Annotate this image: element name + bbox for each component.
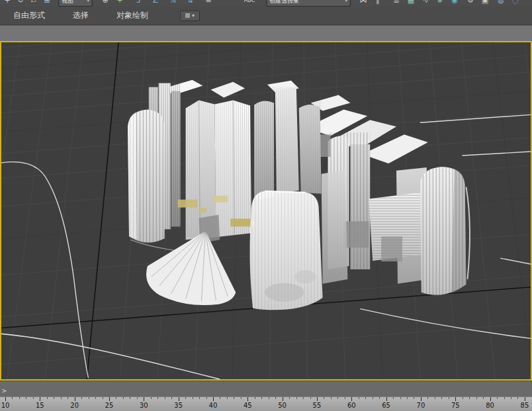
trackbar-tick — [476, 397, 477, 399]
trackbar-frame-label: 70 — [417, 402, 425, 409]
trackbar-frame-label: 30 — [140, 402, 148, 409]
trackbar-tick — [40, 397, 40, 401]
trackbar-tick — [130, 397, 130, 399]
reference-coord-combo[interactable]: ▾ 视图 — [58, 0, 93, 7]
trackbar-frame-label: 45 — [244, 402, 252, 409]
trackbar-tick — [331, 397, 332, 399]
trackbar-tick — [504, 397, 505, 399]
render-setup-icon[interactable]: ⚙ — [465, 0, 476, 7]
trackbar-tick — [234, 397, 234, 399]
trackbar-tick — [283, 397, 283, 401]
trackbar-tick — [33, 397, 34, 399]
trackbar-frame-label: 20 — [70, 402, 79, 409]
graphite-ribbon-toggle-icon[interactable]: ▦ — [405, 0, 417, 7]
trackbar-tick — [89, 397, 89, 399]
mirror-icon[interactable]: ⋈ — [357, 0, 369, 7]
align-icon[interactable]: ∥ — [372, 0, 384, 7]
trackbar-tick — [269, 397, 269, 399]
trackbar-tick — [19, 397, 20, 399]
spline-right-short — [500, 258, 531, 264]
trackbar-frame-label: 15 — [36, 402, 44, 409]
angle-snap-icon[interactable]: ∠ — [150, 0, 161, 7]
rendered-frame-window-icon[interactable]: ▣ — [479, 0, 491, 7]
trackbar-tick — [517, 397, 518, 399]
trackbar-tick — [275, 397, 276, 399]
trackbar-tick — [95, 397, 96, 399]
trackbar-tick — [103, 397, 103, 399]
reference-coord-value: 视图 — [62, 0, 73, 4]
trackbar-tick — [324, 397, 324, 399]
trackbar-tick — [455, 397, 456, 401]
trackbar-frame-label: 25 — [105, 402, 114, 409]
trackbar-tick — [441, 397, 442, 399]
trackbar-tick — [393, 397, 394, 399]
trackbar-tick — [400, 397, 401, 399]
trackbar-tick — [54, 397, 54, 399]
status-strip: > — [0, 381, 532, 396]
trackbar-tick — [151, 397, 152, 399]
spline-bottom-sweep — [1, 334, 220, 379]
trackbar-tick — [463, 397, 463, 399]
trackbar-ruler[interactable]: 10152025303540455055606570758085 — [0, 396, 532, 411]
trackbar-tick — [435, 397, 435, 399]
model-render[interactable] — [128, 80, 470, 310]
named-selection-set-combo[interactable]: ▾ 创建选择集 — [266, 0, 351, 7]
material-editor-icon[interactable]: ◉ — [449, 0, 461, 7]
curve-editor-icon[interactable]: ∿ — [420, 0, 431, 7]
trackbar-tick — [421, 397, 421, 401]
trackbar-tick — [407, 397, 408, 399]
trackbar-tick — [525, 397, 525, 401]
trackbar-tick — [261, 397, 262, 399]
trackbar-frame-label: 10 — [1, 402, 10, 409]
spinner-snap-icon[interactable]: ⇅ — [184, 0, 196, 7]
perspective-viewport[interactable] — [0, 41, 532, 381]
trackbar-tick — [255, 397, 255, 399]
trackbar-tick — [511, 397, 511, 399]
layer-manager-icon[interactable]: ≣ — [390, 0, 402, 7]
listener-prompt[interactable]: > — [2, 387, 7, 395]
tab-freeform[interactable]: 自由形式 — [7, 7, 52, 24]
select-and-rotate-icon[interactable]: ↻ — [15, 0, 26, 7]
select-and-manipulate-icon[interactable]: + — [114, 0, 126, 7]
tab-selection[interactable]: 选择 — [66, 7, 95, 24]
trackbar-tick — [296, 397, 297, 399]
trackbar-tick — [241, 397, 242, 399]
selection-filter-icon[interactable]: ⊞ — [41, 0, 53, 7]
percent-snap-icon[interactable]: % — [167, 0, 179, 7]
trackbar-tick — [449, 397, 449, 399]
trackbar-tick — [171, 397, 172, 399]
trackbar-tick — [123, 397, 124, 399]
trackbar-frame-label: 35 — [174, 402, 183, 409]
combo-arrow-icon: ▾ — [345, 0, 347, 6]
trackbar-tick — [289, 397, 290, 399]
keyboard-override-icon[interactable]: ABC — [240, 0, 259, 7]
select-and-move-icon[interactable]: + — [1, 0, 13, 7]
schematic-view-icon[interactable]: # — [434, 0, 446, 7]
trackbar-tick — [359, 397, 359, 399]
trackbar-frame-label: 85 — [521, 402, 529, 409]
render-production-icon[interactable]: ◍ — [495, 0, 507, 7]
edit-named-selection-sets-icon[interactable]: ≡ — [202, 0, 214, 7]
trackbar-tick — [337, 397, 338, 399]
combo-arrow-icon: ▾ — [87, 0, 89, 6]
trackbar-tick — [373, 397, 373, 399]
trackbar-tick — [185, 397, 186, 399]
trackbar-tick — [157, 397, 158, 399]
tab-object-paint[interactable]: 对象绘制 — [110, 7, 155, 24]
trackbar-tick — [165, 397, 165, 399]
trackbar-frame-label: 60 — [347, 402, 356, 409]
render-iterative-icon[interactable]: ◌ — [510, 0, 521, 7]
select-and-scale-icon[interactable]: ▱ — [28, 0, 40, 7]
trackbar-tick — [193, 397, 193, 399]
trackbar-tick — [12, 397, 13, 399]
trackbar-frame-label: 80 — [486, 402, 494, 409]
ribbon-panel-area — [0, 25, 532, 41]
snap-toggle-3d-icon[interactable]: 3 — [132, 0, 144, 7]
trackbar-tick — [213, 397, 214, 401]
trackbar-tick — [490, 397, 491, 401]
trackbar-frame-label: 65 — [382, 402, 390, 409]
use-pivot-point-center-icon[interactable]: ⊕ — [99, 0, 111, 7]
ribbon-tab-bar: 自由形式 选择 对象绘制 ▾ — [0, 7, 532, 25]
ribbon-config-icon — [185, 13, 190, 18]
ribbon-overflow-dropdown[interactable]: ▾ — [180, 11, 200, 21]
